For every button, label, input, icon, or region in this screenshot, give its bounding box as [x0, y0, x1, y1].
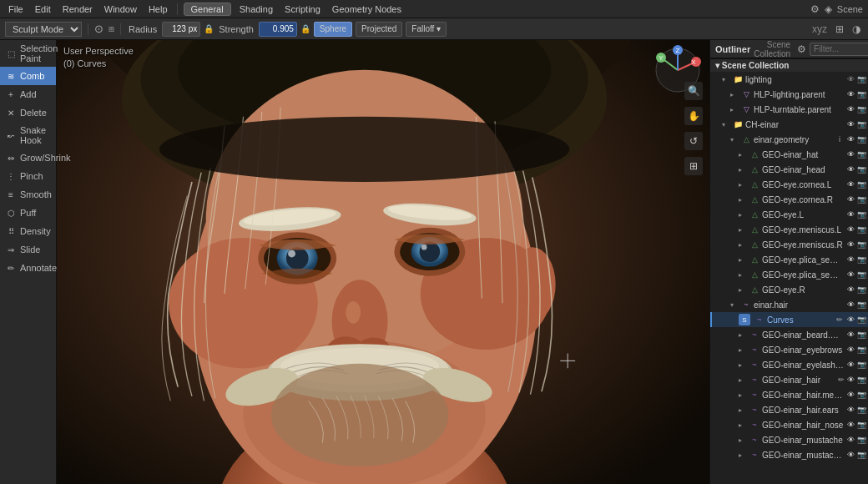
geo-plica-2-render[interactable]: 📷	[856, 270, 866, 280]
geo-hat-vis[interactable]: 👁	[845, 149, 855, 159]
tool-delete[interactable]: ✕ Delete	[0, 103, 56, 122]
geo-hair-ears-vis[interactable]: 👁	[845, 405, 855, 415]
tab-shading[interactable]: Shading	[235, 3, 278, 16]
menu-help[interactable]: Help	[144, 3, 173, 16]
geo-mustache-vis[interactable]: 👁	[845, 435, 855, 445]
mode-selector[interactable]: Sculpt Mode	[5, 22, 82, 37]
tool-smooth[interactable]: ≡ Smooth	[0, 185, 56, 204]
geo-meniscus-r-item[interactable]: ▸ △ GEO-eye.meniscus.R 👁 📷	[710, 237, 868, 252]
projected-button[interactable]: Projected	[356, 22, 402, 37]
einar-geo-vis[interactable]: 👁	[845, 134, 855, 144]
geo-hat-item[interactable]: ▸ △ GEO-einar_hat 👁 📷	[710, 147, 868, 162]
geo-meniscus-r-render[interactable]: 📷	[856, 239, 866, 250]
geo-plica-1-render[interactable]: 📷	[856, 255, 866, 265]
lighting-vis-icon[interactable]: 👁	[845, 74, 855, 84]
snap-icon[interactable]: ⧆	[108, 23, 114, 34]
ch-einar-item[interactable]: ▾ 📁 CH-einar 👁 📷	[710, 117, 868, 132]
geo-eye-l-render[interactable]: 📷	[856, 209, 866, 219]
tool-pinch[interactable]: ⋮ Pinch	[0, 167, 56, 185]
curves-active-item[interactable]: S ~ Curves ✏ 👁 📷	[710, 312, 868, 327]
tool-selection-paint[interactable]: ⬚ Selection Paint	[0, 40, 56, 67]
geo-cornea-l-vis[interactable]: 👁	[845, 179, 855, 189]
tool-grow-shrink[interactable]: ⇔ Grow/Shrink	[0, 149, 56, 167]
geo-hair-nose-item[interactable]: ▸ ~ GEO-einar_hair_nose 👁 📷	[710, 417, 868, 432]
ch-einar-render[interactable]: 📷	[856, 119, 866, 129]
sphere-button[interactable]: Sphere	[314, 22, 352, 37]
geo-cornea-l-item[interactable]: ▸ △ GEO-eye.cornea.L 👁 📷	[710, 177, 868, 192]
menu-file[interactable]: File	[3, 3, 28, 16]
geo-hat-render[interactable]: 📷	[856, 149, 866, 159]
einar-hair-item[interactable]: ▾ ~ einar.hair 👁 📷	[710, 297, 868, 312]
lighting-item[interactable]: ▾ 📁 lighting 👁 📷	[710, 72, 868, 87]
radius-lock-icon[interactable]: 🔒	[204, 24, 214, 33]
geo-hair-messy-item[interactable]: ▸ ~ GEO-einar_hair.messy 👁 📷	[710, 387, 868, 402]
hlp-turntable-item[interactable]: ▸ ▽ HLP-turntable.parent 👁 📷	[710, 102, 868, 117]
menu-window[interactable]: Window	[99, 3, 142, 16]
pivot-icon[interactable]: ⊙	[94, 23, 103, 35]
tool-slide[interactable]: ⇒ Slide	[0, 240, 56, 259]
tab-scripting[interactable]: Scripting	[280, 3, 326, 16]
geo-beard-vis[interactable]: 👁	[845, 330, 855, 340]
geo-eye-r-render[interactable]: 📷	[856, 285, 866, 295]
geo-cornea-r-item[interactable]: ▸ △ GEO-eye.cornea.R 👁 📷	[710, 192, 868, 207]
outliner-body[interactable]: ▾ Scene Collection ▾ 📁 lighting 👁 📷 ▸ ▽ …	[710, 58, 868, 484]
geo-mustache-m-item[interactable]: ▸ ~ GEO-einar_mustache.m 👁 📷	[710, 447, 868, 462]
einar-hair-vis[interactable]: 👁	[845, 300, 855, 310]
geo-beard-render[interactable]: 📷	[856, 330, 866, 340]
geo-eye-l-item[interactable]: ▸ △ GEO-eye.L 👁 📷	[710, 207, 868, 222]
menu-render[interactable]: Render	[58, 3, 98, 16]
geo-eyebrows-vis[interactable]: 👁	[845, 345, 855, 355]
tool-density[interactable]: ⠿ Density	[0, 222, 56, 240]
geo-eye-l-vis[interactable]: 👁	[845, 209, 855, 219]
geo-eyelashes-render[interactable]: 📷	[856, 360, 866, 370]
outliner-search[interactable]	[810, 43, 868, 56]
einar-geometry-item[interactable]: ▾ △ einar.geometry i 👁 📷	[710, 132, 868, 147]
tool-annotate[interactable]: ✏ Annotate	[0, 259, 56, 277]
tab-general[interactable]: General	[184, 3, 231, 16]
zoom-icon[interactable]: 🔍	[684, 82, 703, 100]
tool-puff[interactable]: ⬡ Puff	[0, 204, 56, 222]
geo-hair-item[interactable]: ▸ ~ GEO-einar_hair ✏ 👁 📷	[710, 372, 868, 387]
curves-render[interactable]: 📷	[856, 315, 866, 325]
geo-eye-r-vis[interactable]: 👁	[845, 285, 855, 295]
geo-hair-ears-item[interactable]: ▸ ~ GEO-einar_hair.ears 👁 📷	[710, 402, 868, 417]
geo-eyebrows-render[interactable]: 📷	[856, 345, 866, 355]
geo-mustache-m-render[interactable]: 📷	[856, 450, 866, 460]
geo-head-render[interactable]: 📷	[856, 164, 866, 174]
shading-icon[interactable]: ◑	[852, 23, 860, 35]
overlay-icon[interactable]: ⊞	[835, 23, 844, 35]
geo-plica-2-item[interactable]: ▸ △ GEO-eye.plica_semilun 👁 📷	[710, 267, 868, 282]
geo-cornea-r-render[interactable]: 📷	[856, 194, 866, 204]
geo-mustache-m-vis[interactable]: 👁	[845, 450, 855, 460]
ch-einar-vis[interactable]: 👁	[845, 119, 855, 129]
tool-comb[interactable]: ≋ Comb	[0, 67, 56, 85]
geo-plica-1-vis[interactable]: 👁	[845, 255, 855, 265]
geo-eyelashes-vis[interactable]: 👁	[845, 360, 855, 370]
geo-hair-render[interactable]: 📷	[856, 375, 866, 385]
geo-eye-r-item[interactable]: ▸ △ GEO-eye.R 👁 📷	[710, 282, 868, 297]
scene-collection-expand[interactable]: ▾	[715, 61, 722, 70]
geo-meniscus-l-render[interactable]: 📷	[856, 224, 866, 234]
geo-hair-ears-render[interactable]: 📷	[856, 405, 866, 415]
geo-cornea-r-vis[interactable]: 👁	[845, 194, 855, 204]
strength-lock-icon[interactable]: 🔒	[300, 24, 310, 33]
grid-icon[interactable]: ⊞	[684, 157, 703, 175]
rotate-icon[interactable]: ↺	[684, 132, 703, 150]
geo-eyebrows-item[interactable]: ▸ ~ GEO-einar_eyebrows 👁 📷	[710, 342, 868, 357]
outliner-filter-icon[interactable]: ⚙	[797, 43, 806, 55]
hlp-turntable-render[interactable]: 📷	[856, 104, 866, 114]
einar-hair-render[interactable]: 📷	[856, 300, 866, 310]
hlp-lighting-parent-item[interactable]: ▸ ▽ HLP-lighting.parent 👁 📷	[710, 87, 868, 102]
hlp-lighting-render[interactable]: 📷	[856, 89, 866, 99]
strength-input[interactable]	[259, 22, 297, 37]
main-viewport[interactable]: User Perspective (0) Curves X Y Z 🔍 ✋ ↺ …	[57, 40, 709, 484]
geo-mustache-render[interactable]: 📷	[856, 435, 866, 445]
einar-geo-render[interactable]: 📷	[856, 134, 866, 144]
curves-vis[interactable]: 👁	[845, 315, 855, 325]
menu-edit[interactable]: Edit	[30, 3, 56, 16]
lighting-render-icon[interactable]: 📷	[856, 74, 866, 84]
hlp-turntable-vis[interactable]: 👁	[845, 104, 855, 114]
geo-hair-vis[interactable]: 👁	[845, 375, 855, 385]
geo-cornea-l-render[interactable]: 📷	[856, 179, 866, 189]
radius-input[interactable]	[162, 22, 200, 37]
